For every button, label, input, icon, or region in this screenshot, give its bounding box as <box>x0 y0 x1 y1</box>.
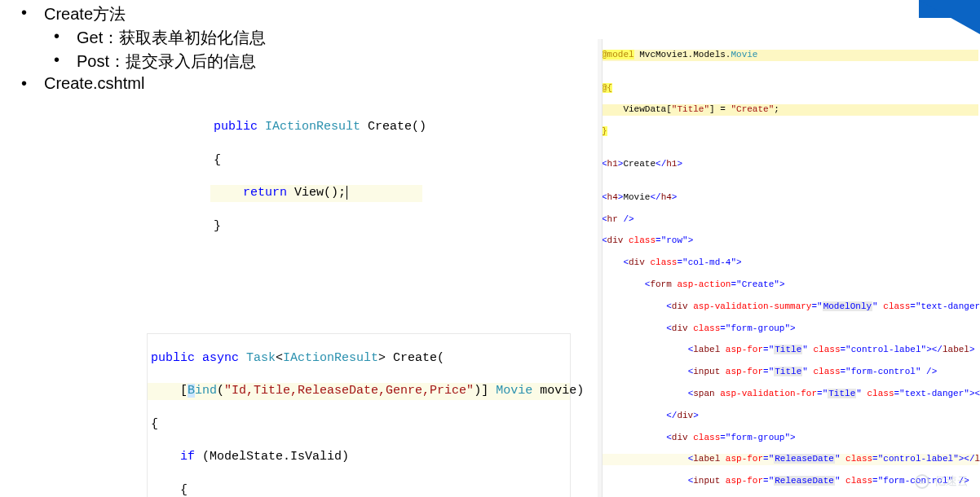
watermark: ∞ 亿速云 <box>915 474 969 489</box>
cloud-icon: ∞ <box>915 474 929 489</box>
code-snippet-post: public async Task<IActionResult> Create(… <box>147 333 571 498</box>
bullet-create-cshtml: •Create.cshtml <box>21 74 595 93</box>
bullet-post: •Post：提交录入后的信息 <box>54 51 595 73</box>
code-snippet-razor: @model MvcMovie1.Models.Movie @{ ViewDat… <box>595 39 978 497</box>
bullet-create-method: •Create方法 <box>21 3 595 25</box>
bullet-get: •Get：获取表单初始化信息 <box>54 27 595 49</box>
code-snippet-get: public IActionResult Create() { return V… <box>210 103 422 268</box>
